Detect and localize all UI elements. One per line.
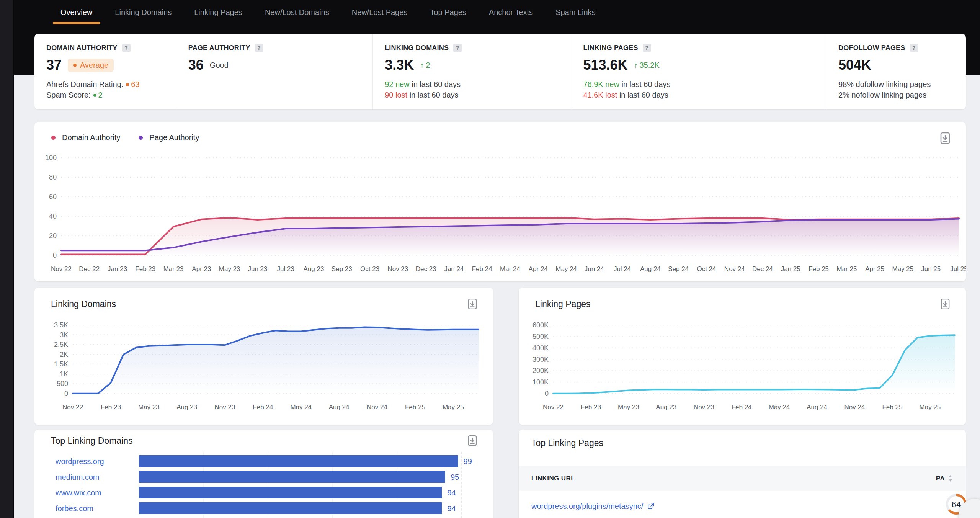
svg-text:Nov 24: Nov 24 (367, 404, 387, 411)
table-header: LINKING URL PA (519, 466, 966, 491)
stat-label-text: LINKING PAGES (583, 44, 638, 52)
svg-text:Jul 25: Jul 25 (950, 265, 966, 273)
tab-spam-links[interactable]: Spam Links (555, 0, 596, 25)
svg-text:80: 80 (49, 173, 57, 181)
svg-text:Apr 24: Apr 24 (529, 265, 548, 273)
svg-text:May 24: May 24 (290, 404, 312, 411)
legend-label: Page Authority (149, 133, 199, 142)
svg-text:0: 0 (53, 252, 57, 259)
domain-link[interactable]: forbes.com (56, 504, 93, 513)
domain-authority-value: 37 (46, 57, 62, 73)
svg-text:May 23: May 23 (138, 404, 160, 411)
svg-text:May 24: May 24 (769, 404, 790, 411)
tab-top-pages[interactable]: Top Pages (430, 0, 466, 25)
linking-url-link[interactable]: wordpress.org/plugins/metasync/ (531, 502, 655, 511)
domain-link[interactable]: medium.com (56, 472, 99, 481)
ahrefs-rating-line: Ahrefs Domain Rating:63 (46, 79, 176, 90)
linking-domains-chart-card: Linking Domains 05001K1.5K2K2.5K3K3.5KNo… (34, 288, 493, 425)
svg-text:Mar 23: Mar 23 (163, 265, 184, 273)
external-link-icon (647, 502, 655, 510)
svg-text:Sep 24: Sep 24 (668, 265, 689, 273)
linking-domains-delta: ↑2 (420, 61, 430, 70)
svg-text:Feb 24: Feb 24 (472, 265, 492, 273)
domain-link[interactable]: www.wix.com (56, 488, 101, 497)
svg-text:400K: 400K (532, 344, 549, 352)
svg-text:0: 0 (64, 390, 68, 397)
svg-text:100: 100 (45, 154, 57, 162)
stat-domain-authority: DOMAIN AUTHORITY ? 37 Average Ahrefs Dom… (34, 34, 176, 109)
stat-label-text: PAGE AUTHORITY (188, 44, 250, 52)
tab-new-lost-pages[interactable]: New/Lost Pages (352, 0, 408, 25)
help-icon[interactable]: ? (643, 44, 651, 52)
column-pa[interactable]: PA (936, 475, 953, 482)
pa-bar-value: 94 (447, 488, 456, 497)
svg-text:Feb 25: Feb 25 (405, 404, 425, 411)
dofollow-pages-value: 504K (838, 57, 871, 73)
help-icon[interactable]: ? (122, 44, 131, 52)
export-icon[interactable] (940, 297, 951, 310)
svg-text:Nov 22: Nov 22 (543, 404, 564, 411)
stat-linking-pages: LINKING PAGES ? 513.6K ↑35.2K 76.9K new … (571, 34, 826, 109)
svg-text:Oct 23: Oct 23 (360, 265, 379, 273)
svg-text:300K: 300K (532, 356, 549, 363)
svg-text:Dec 22: Dec 22 (79, 265, 100, 273)
svg-text:100K: 100K (532, 378, 549, 386)
svg-text:May 25: May 25 (920, 404, 941, 411)
svg-text:Aug 23: Aug 23 (656, 404, 676, 411)
svg-text:1K: 1K (60, 370, 68, 378)
tab-anchor-texts[interactable]: Anchor Texts (489, 0, 533, 25)
export-icon[interactable] (467, 434, 478, 447)
tab-linking-domains[interactable]: Linking Domains (115, 0, 172, 25)
help-icon[interactable]: ? (453, 44, 462, 52)
help-icon[interactable]: ? (255, 44, 263, 52)
export-icon[interactable] (940, 132, 951, 145)
up-arrow-icon: ↑ (420, 61, 424, 70)
linking-domains-chart: 05001K1.5K2K2.5K3K3.5KNov 22Feb 23May 23… (34, 288, 493, 425)
svg-text:Feb 25: Feb 25 (882, 404, 902, 411)
tab-new-lost-domains[interactable]: New/Lost Domains (265, 0, 329, 25)
svg-text:Nov 24: Nov 24 (844, 404, 865, 411)
linking-pages-chart: 0100K200K300K400K500K600KNov 22Feb 23May… (519, 288, 966, 425)
svg-text:May 23: May 23 (618, 404, 639, 411)
svg-text:Jun 24: Jun 24 (585, 265, 604, 273)
svg-text:Aug 23: Aug 23 (304, 265, 324, 273)
tab-overview[interactable]: Overview (60, 0, 92, 25)
domain-link[interactable]: wordpress.org (56, 457, 104, 466)
domain-authority-dot-icon (51, 136, 56, 140)
pa-bar-value: 94 (447, 504, 456, 513)
svg-text:1.5K: 1.5K (54, 360, 68, 368)
section-title: Top Linking Pages (531, 438, 603, 448)
svg-text:Nov 23: Nov 23 (387, 265, 408, 273)
help-icon[interactable]: ? (910, 44, 918, 52)
authority-trend-chart: 020406080100Nov 22Dec 22Jan 23Feb 23Mar … (34, 122, 966, 281)
pa-bar (139, 455, 458, 467)
svg-text:3K: 3K (60, 331, 68, 339)
table-row: wordpress.org/plugins/metasync/ (531, 491, 966, 518)
svg-text:Aug 24: Aug 24 (640, 265, 661, 273)
export-icon[interactable] (467, 297, 478, 310)
stat-label: LINKING PAGES ? (583, 44, 826, 52)
top-linking-domains-card: Top Linking Domains wordpress.org99mediu… (34, 430, 493, 518)
svg-text:0: 0 (545, 390, 549, 397)
svg-text:40: 40 (49, 212, 57, 220)
svg-text:Feb 23: Feb 23 (101, 404, 121, 411)
new-line: 76.9K new in last 60 days (583, 79, 826, 90)
sort-icon[interactable] (948, 475, 953, 482)
svg-text:Apr 25: Apr 25 (865, 265, 884, 273)
average-badge: Average (68, 59, 114, 72)
tab-linking-pages[interactable]: Linking Pages (194, 0, 242, 25)
page-authority-dot-icon (139, 136, 143, 140)
svg-text:Feb 23: Feb 23 (135, 265, 155, 273)
svg-text:May 24: May 24 (555, 265, 577, 273)
nofollow-line: 2% nofollow linking pages (838, 90, 966, 100)
chart-legend: Domain Authority Page Authority (51, 133, 199, 142)
svg-text:Mar 24: Mar 24 (500, 265, 520, 273)
svg-text:Jul 23: Jul 23 (277, 265, 294, 273)
bar-row-wordpress-org: wordpress.org99 (34, 453, 493, 469)
stat-label: DOFOLLOW PAGES ? (838, 44, 966, 52)
svg-text:Feb 23: Feb 23 (581, 404, 601, 411)
svg-text:Jan 23: Jan 23 (108, 265, 127, 273)
svg-text:Jan 24: Jan 24 (444, 265, 464, 273)
pa-bar (139, 502, 442, 514)
spam-score-line: Spam Score:2 (46, 90, 176, 100)
